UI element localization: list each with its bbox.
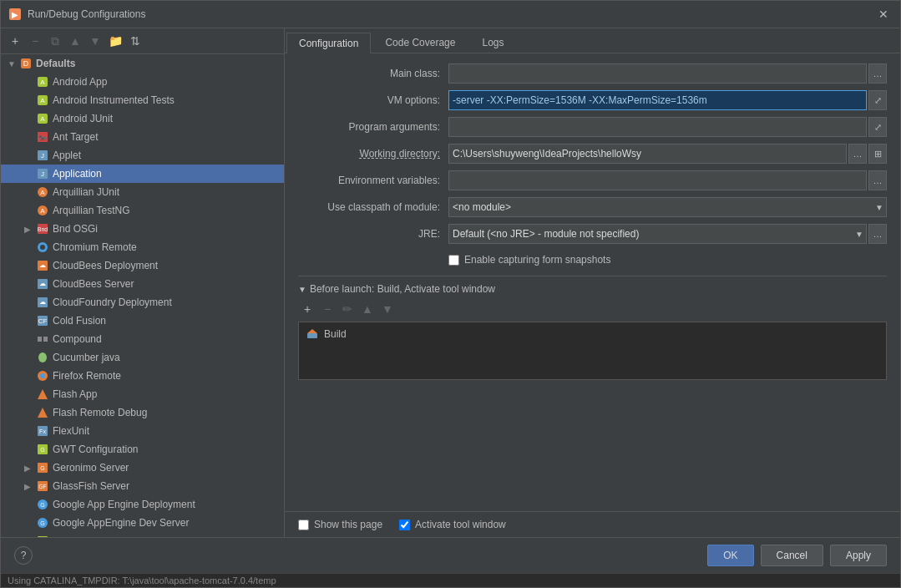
folder-button[interactable]: 📁	[106, 32, 124, 50]
capture-snapshots-label[interactable]: Enable capturing form snapshots	[448, 254, 610, 266]
tree-item-arq-junit[interactable]: A Arquillian JUnit	[1, 183, 284, 201]
env-vars-browse-button[interactable]: …	[868, 170, 887, 190]
tree-item-application[interactable]: J Application	[1, 165, 284, 183]
ok-button[interactable]: OK	[707, 545, 753, 566]
move-up-button[interactable]: ▲	[66, 32, 84, 50]
before-launch-down-button[interactable]: ▼	[378, 300, 397, 318]
jre-more-button[interactable]: …	[868, 224, 887, 244]
main-class-row: Main class: …	[298, 63, 887, 84]
section-toggle-icon[interactable]: ▼	[298, 285, 306, 294]
config-content: Main class: … VM options: ⤢ Pr	[285, 53, 900, 511]
tree-item-android-inst[interactable]: A Android Instrumented Tests	[1, 91, 284, 109]
main-class-input[interactable]	[448, 63, 867, 84]
svg-text:G: G	[40, 465, 44, 471]
gae-deploy-icon: G	[36, 498, 49, 511]
main-class-browse-button[interactable]: …	[868, 63, 887, 84]
tree-item-flexunit[interactable]: Fx FlexUnit	[1, 422, 284, 440]
tree-item-ant[interactable]: 🐜 Ant Target	[1, 128, 284, 146]
tree-item-arq-testng[interactable]: A Arquillian TestNG	[1, 201, 284, 220]
title-bar-left: ▶ Run/Debug Configurations	[9, 8, 145, 20]
applet-icon: J	[36, 149, 49, 162]
before-launch-edit-button[interactable]: ✏	[338, 300, 357, 318]
main-class-input-wrap: …	[448, 63, 887, 84]
footer-right: OK Cancel Apply	[707, 545, 887, 566]
tab-code-coverage[interactable]: Code Coverage	[372, 32, 468, 53]
activate-tool-window-label[interactable]: Activate tool window	[399, 519, 506, 530]
firefox-icon	[36, 369, 49, 383]
svg-text:A: A	[40, 115, 45, 123]
tree-item-cucumber[interactable]: Cucumber java	[1, 348, 284, 367]
tree-item-defaults[interactable]: ▼ D Defaults	[1, 54, 284, 73]
svg-rect-30	[38, 337, 42, 342]
program-args-input[interactable]	[448, 117, 867, 137]
svg-text:A: A	[40, 189, 45, 196]
section-divider	[298, 276, 887, 276]
cancel-button[interactable]: Cancel	[761, 545, 823, 566]
show-page-checkbox[interactable]	[298, 520, 309, 530]
move-down-button[interactable]: ▼	[86, 32, 104, 50]
tree-item-glassfish[interactable]: ▶ GF GlassFish Server	[1, 477, 284, 495]
show-page-text: Show this page	[314, 519, 382, 530]
copy-config-button[interactable]: ⧉	[46, 32, 64, 50]
svg-marker-36	[38, 408, 48, 418]
gae-dev-label: Google AppEngine Dev Server	[53, 517, 189, 529]
tree-item-flash-app[interactable]: Flash App	[1, 385, 284, 403]
add-config-button[interactable]: +	[6, 32, 24, 50]
flexunit-label: FlexUnit	[53, 425, 89, 437]
vm-options-expand-button[interactable]: ⤢	[868, 90, 887, 110]
working-dir-label: Working directory:	[298, 148, 448, 160]
tree-item-gae-deploy[interactable]: G Google App Engine Deployment	[1, 495, 284, 514]
expand-arrow-bnd: ▶	[24, 225, 34, 234]
classpath-select[interactable]: <no module>	[448, 197, 887, 217]
jre-row: JRE: Default (<no JRE> - module not spec…	[298, 224, 887, 244]
tree-item-compound[interactable]: Compound	[1, 330, 284, 348]
jre-label: JRE:	[298, 228, 448, 240]
sort-button[interactable]: ⇅	[126, 32, 144, 50]
tree-item-cloudfoundry[interactable]: ☁ CloudFoundry Deployment	[1, 293, 284, 312]
tree-item-firefox[interactable]: Firefox Remote	[1, 367, 284, 385]
tree-item-android-app[interactable]: A Android App	[1, 73, 284, 91]
tree-item-chromium[interactable]: Chromium Remote	[1, 238, 284, 256]
android-app-icon: A	[36, 75, 49, 89]
tree-item-bnd[interactable]: ▶ Bnd Bnd OSGi	[1, 220, 284, 238]
program-args-expand-button[interactable]: ⤢	[868, 117, 887, 137]
remove-config-button[interactable]: −	[26, 32, 44, 50]
before-launch-add-button[interactable]: +	[298, 300, 316, 318]
activate-tool-window-checkbox[interactable]	[399, 520, 410, 530]
tree-item-cloudbees-deploy[interactable]: ☁ CloudBees Deployment	[1, 256, 284, 275]
tree-item-android-junit[interactable]: A Android JUnit	[1, 109, 284, 128]
svg-text:A: A	[40, 97, 45, 104]
tab-logs[interactable]: Logs	[469, 32, 516, 53]
jre-select[interactable]: Default (<no JRE> - module not specified…	[448, 224, 867, 244]
tree-item-gwt[interactable]: G GWT Configuration	[1, 440, 284, 459]
working-dir-input[interactable]	[448, 144, 847, 164]
before-launch-remove-button[interactable]: −	[318, 300, 337, 318]
flexunit-icon: Fx	[36, 424, 49, 438]
tree-item-gae-dev[interactable]: G Google AppEngine Dev Server	[1, 514, 284, 532]
cloudbees-deploy-icon: ☁	[36, 259, 49, 272]
env-vars-input[interactable]	[448, 170, 867, 190]
working-dir-macro-button[interactable]: ⊞	[868, 144, 887, 164]
tree-item-cloudbees-server[interactable]: ☁ CloudBees Server	[1, 275, 284, 293]
env-vars-input-wrap: …	[448, 170, 887, 190]
help-button[interactable]: ?	[14, 546, 33, 565]
show-page-label[interactable]: Show this page	[298, 519, 382, 530]
working-dir-browse-button[interactable]: …	[848, 144, 867, 164]
working-dir-input-wrap: … ⊞	[448, 144, 887, 164]
close-button[interactable]: ✕	[875, 6, 892, 23]
before-launch-up-button[interactable]: ▲	[358, 300, 377, 318]
tree-item-geronimo[interactable]: ▶ G Geronimo Server	[1, 459, 284, 477]
gwt-icon: G	[36, 443, 49, 456]
cloudfoundry-label: CloudFoundry Deployment	[53, 297, 172, 308]
tree-item-flash-remote[interactable]: Flash Remote Debug	[1, 403, 284, 422]
android-app-label: Android App	[53, 76, 107, 88]
vm-options-input[interactable]	[448, 90, 867, 110]
vm-options-row: VM options: ⤢	[298, 90, 887, 110]
capture-snapshots-checkbox[interactable]	[448, 255, 459, 266]
gae-dev-icon: G	[36, 516, 49, 530]
defaults-icon: D	[19, 57, 33, 70]
tree-item-applet[interactable]: J Applet	[1, 146, 284, 165]
tree-item-cold-fusion[interactable]: CF Cold Fusion	[1, 312, 284, 330]
apply-button[interactable]: Apply	[830, 545, 887, 566]
tab-configuration[interactable]: Configuration	[286, 33, 371, 53]
